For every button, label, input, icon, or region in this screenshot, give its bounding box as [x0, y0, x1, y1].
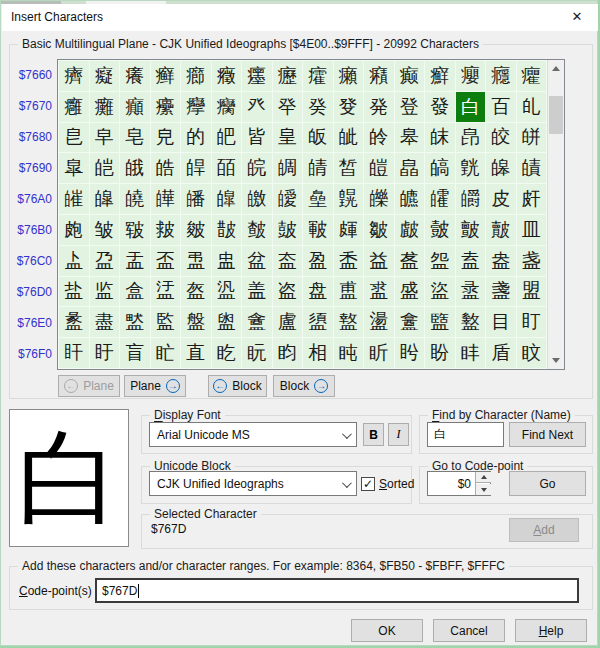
char-cell[interactable]: 盖	[242, 277, 272, 307]
char-cell[interactable]: 癯	[517, 61, 547, 91]
char-cell[interactable]: 皞	[486, 153, 516, 183]
char-cell[interactable]: 癰	[59, 92, 89, 122]
char-cell[interactable]: 盷	[273, 338, 303, 368]
close-icon[interactable]: ✕	[560, 4, 594, 30]
block-next-button[interactable]: Block →	[273, 375, 335, 397]
char-cell[interactable]: 皹	[334, 215, 364, 245]
char-cell[interactable]: 癵	[212, 92, 242, 122]
char-cell[interactable]: 皉	[334, 123, 364, 153]
char-cell[interactable]: 皲	[120, 215, 150, 245]
char-cell[interactable]: 盳	[151, 338, 181, 368]
char-cell[interactable]: 盝	[456, 277, 486, 307]
char-cell[interactable]: 皁	[90, 123, 120, 153]
char-cell[interactable]: 皰	[59, 215, 89, 245]
char-cell[interactable]: 皢	[120, 184, 150, 214]
char-cell[interactable]: 癭	[456, 61, 486, 91]
char-cell[interactable]: 癤	[181, 61, 211, 91]
char-cell[interactable]: 皴	[181, 215, 211, 245]
plane-next-button[interactable]: Plane →	[124, 375, 186, 397]
grid-scrollbar[interactable]	[547, 60, 564, 369]
char-cell[interactable]: 皠	[59, 184, 89, 214]
char-cell[interactable]: 癧	[273, 61, 303, 91]
char-cell[interactable]: 盼	[425, 338, 455, 368]
char-cell[interactable]: 癣	[151, 61, 181, 91]
find-character-input[interactable]: 白	[427, 422, 504, 447]
char-cell[interactable]: 盶	[242, 338, 272, 368]
char-cell[interactable]: 皩	[334, 184, 364, 214]
char-cell[interactable]: 监	[90, 277, 120, 307]
cancel-button[interactable]: Cancel	[433, 619, 505, 642]
find-next-button[interactable]: Find Next	[509, 422, 586, 447]
char-cell[interactable]: 皟	[517, 153, 547, 183]
char-cell[interactable]: 百	[486, 92, 516, 122]
char-cell[interactable]: 皮	[486, 184, 516, 214]
char-cell[interactable]: 皑	[90, 153, 120, 183]
char-cell[interactable]: 盐	[59, 277, 89, 307]
char-cell[interactable]: 皱	[90, 215, 120, 245]
char-cell[interactable]: 盯	[517, 307, 547, 337]
char-cell[interactable]: 盠	[59, 307, 89, 337]
char-cell[interactable]: 癪	[364, 61, 394, 91]
sorted-checkbox[interactable]: ✓	[361, 477, 375, 491]
char-cell[interactable]: 盙	[334, 277, 364, 307]
char-cell[interactable]: 盎	[486, 246, 516, 276]
char-cell[interactable]: 癩	[334, 61, 364, 91]
go-button[interactable]: Go	[509, 471, 586, 496]
char-cell[interactable]: 盕	[212, 277, 242, 307]
char-cell[interactable]: 盹	[334, 338, 364, 368]
char-cell[interactable]: 皕	[212, 153, 242, 183]
char-cell[interactable]: 癬	[425, 61, 455, 91]
char-cell[interactable]: 皎	[486, 123, 516, 153]
char-cell[interactable]: 皤	[181, 184, 211, 214]
char-cell[interactable]: 盓	[151, 277, 181, 307]
char-cell[interactable]: 癨	[303, 61, 333, 91]
char-cell[interactable]: 盍	[456, 246, 486, 276]
char-cell[interactable]: 益	[364, 246, 394, 276]
char-cell[interactable]: 盁	[90, 246, 120, 276]
char-cell[interactable]: 皅	[212, 123, 242, 153]
help-button[interactable]: Help	[515, 619, 587, 642]
bold-button[interactable]: B	[363, 423, 384, 446]
char-cell[interactable]: 皐	[59, 153, 89, 183]
char-cell[interactable]: 盺	[364, 338, 394, 368]
char-cell[interactable]: 盜	[425, 277, 455, 307]
char-cell[interactable]: 盋	[395, 246, 425, 276]
char-cell[interactable]: 癸	[303, 92, 333, 122]
char-cell[interactable]: 盻	[395, 338, 425, 368]
char-cell[interactable]: 盟	[517, 277, 547, 307]
char-cell[interactable]: 皗	[273, 153, 303, 183]
char-cell[interactable]: 皝	[456, 153, 486, 183]
char-cell[interactable]: 盚	[364, 277, 394, 307]
char-cell[interactable]: 的	[181, 123, 211, 153]
char-cell[interactable]: 皳	[151, 215, 181, 245]
char-cell[interactable]: 發	[425, 92, 455, 122]
char-cell[interactable]: 皌	[425, 123, 455, 153]
char-cell[interactable]: 癮	[486, 61, 516, 91]
char-cell[interactable]: 盥	[212, 307, 242, 337]
char-cell[interactable]: 皭	[456, 184, 486, 214]
char-cell[interactable]: 皋	[395, 123, 425, 153]
char-cell[interactable]: 皥	[212, 184, 242, 214]
char-cell[interactable]: 癠	[59, 61, 89, 91]
display-font-select[interactable]: Arial Unicode MS	[149, 422, 357, 447]
char-cell[interactable]: 皪	[364, 184, 394, 214]
char-cell[interactable]: 盗	[273, 277, 303, 307]
char-cell[interactable]: 皃	[151, 123, 181, 153]
char-cell[interactable]: 皀	[59, 123, 89, 153]
char-cell[interactable]: 皏	[517, 123, 547, 153]
char-cell[interactable]: 皫	[395, 184, 425, 214]
char-cell[interactable]: 皵	[212, 215, 242, 245]
plane-prev-button[interactable]: ← Plane	[58, 375, 120, 397]
char-cell[interactable]: 皔	[181, 153, 211, 183]
char-cell[interactable]: 盩	[334, 307, 364, 337]
char-cell[interactable]: 盞	[486, 277, 516, 307]
char-cell[interactable]: 盂	[120, 246, 150, 276]
char-cell[interactable]: 盆	[242, 246, 272, 276]
char-cell[interactable]: 盡	[90, 307, 120, 337]
char-cell[interactable]: 盄	[181, 246, 211, 276]
char-cell[interactable]: 癱	[90, 92, 120, 122]
char-cell[interactable]: 発	[364, 92, 394, 122]
char-cell[interactable]: 皾	[486, 215, 516, 245]
char-cell[interactable]: 癫	[395, 61, 425, 91]
char-cell[interactable]: 癢	[120, 61, 150, 91]
